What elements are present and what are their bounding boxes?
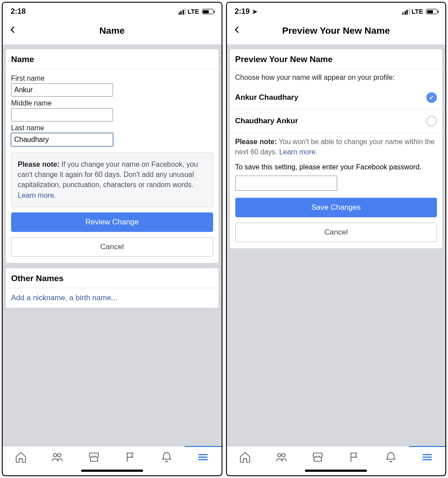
location-icon: ➤ [251, 8, 258, 15]
tab-notifications[interactable] [148, 451, 185, 465]
home-indicator [305, 470, 367, 472]
tab-marketplace[interactable] [300, 451, 336, 465]
status-time: 2:19 [235, 7, 250, 16]
last-name-input[interactable] [11, 133, 113, 146]
svg-point-2 [277, 454, 280, 457]
svg-point-1 [58, 454, 61, 457]
status-right: LTE [179, 8, 214, 15]
review-change-button[interactable]: Review Change [11, 212, 213, 232]
cancel-button[interactable]: Cancel [11, 237, 213, 257]
tab-pages[interactable] [112, 451, 148, 465]
note-box: Please note: If you change your name on … [11, 153, 213, 207]
save-changes-button[interactable]: Save Changes [235, 198, 437, 217]
bell-icon [385, 451, 397, 463]
content-area: Name First name Middle name Last name Pl… [3, 44, 222, 446]
last-name-label: Last name [11, 124, 213, 132]
preview-heading: Preview Your New Name [230, 49, 443, 69]
tab-notifications[interactable] [373, 451, 409, 465]
flag-icon [124, 451, 136, 463]
svg-point-3 [282, 454, 285, 457]
button-wrap: Save Changes Cancel [230, 198, 443, 248]
status-bar: 2:18 LTE [3, 3, 222, 20]
tab-friends[interactable] [263, 451, 300, 465]
radio-unchecked-icon [426, 116, 437, 126]
menu-icon [421, 451, 433, 463]
signal-icon [402, 8, 410, 15]
page-header: Preview Your New Name [227, 20, 446, 44]
phone-right: 2:19 ➤ LTE Preview Your New Name Preview… [226, 2, 447, 476]
name-option-1-label: Ankur Chaudhary [235, 93, 299, 102]
tab-marketplace[interactable] [76, 451, 112, 465]
note-inline: Please note: You won't be able to change… [230, 133, 443, 160]
battery-icon [202, 9, 214, 14]
status-right: LTE [402, 8, 437, 15]
status-time-wrap: 2:19 ➤ [235, 7, 258, 16]
carrier-label: LTE [412, 8, 423, 15]
friends-icon [275, 451, 288, 463]
first-name-input[interactable] [11, 83, 113, 97]
phone-left: 2:18 LTE Name Name First name Middle nam… [2, 2, 222, 476]
page-title: Preview Your New Name [233, 25, 440, 36]
marketplace-icon [312, 451, 324, 463]
battery-icon [426, 9, 437, 14]
signal-icon [179, 8, 186, 15]
friends-icon [51, 451, 63, 463]
first-name-label: First name [11, 74, 213, 82]
tab-pages[interactable] [336, 451, 372, 465]
tab-menu[interactable] [409, 451, 445, 465]
flag-icon [348, 451, 360, 463]
status-time: 2:18 [11, 7, 26, 16]
page-title: Name [9, 25, 215, 36]
name-card-body: First name Middle name Last name Please … [6, 69, 218, 263]
bottom-tabs [227, 446, 446, 468]
preview-card: Preview Your New Name Choose how your na… [230, 49, 443, 249]
learn-more-link[interactable]: Learn more [18, 192, 54, 199]
home-indicator [81, 470, 143, 472]
status-bar: 2:19 ➤ LTE [227, 3, 446, 20]
note-strong: Please note: [18, 161, 59, 168]
home-icon [15, 451, 27, 463]
learn-more-link[interactable]: Learn more [279, 148, 316, 156]
tab-home[interactable] [227, 451, 263, 465]
preview-subtext: Choose how your name will appear on your… [230, 69, 443, 86]
name-card: Name First name Middle name Last name Pl… [5, 49, 219, 263]
name-option-1[interactable]: Ankur Chaudhary ✓ [230, 86, 443, 110]
name-option-2-label: Chaudhary Ankur [235, 117, 298, 125]
add-nickname-link[interactable]: Add a nickname, a birth name... [6, 288, 218, 308]
note-strong: Please note: [235, 138, 277, 145]
tab-menu[interactable] [185, 451, 221, 465]
tabs-wrap [227, 446, 446, 475]
other-names-heading: Other Names [6, 268, 218, 288]
bell-icon [160, 451, 173, 463]
password-input[interactable] [235, 176, 337, 191]
marketplace-icon [88, 451, 100, 463]
home-icon [239, 451, 251, 463]
page-header: Name [3, 20, 222, 44]
tab-home[interactable] [3, 451, 39, 465]
content-area: Preview Your New Name Choose how your na… [227, 44, 446, 446]
other-names-card: Other Names Add a nickname, a birth name… [5, 268, 219, 308]
middle-name-label: Middle name [11, 99, 213, 107]
tabs-wrap [3, 446, 222, 475]
name-option-2[interactable]: Chaudhary Ankur [230, 110, 443, 133]
carrier-label: LTE [187, 8, 199, 15]
radio-checked-icon: ✓ [426, 92, 437, 103]
bottom-tabs [3, 446, 222, 468]
name-card-heading: Name [6, 49, 218, 69]
middle-name-input[interactable] [11, 108, 113, 121]
password-prompt: To save this setting, please enter your … [230, 160, 443, 173]
tab-friends[interactable] [39, 451, 75, 465]
cancel-button[interactable]: Cancel [235, 223, 437, 242]
menu-icon [197, 451, 209, 463]
svg-point-0 [54, 454, 57, 457]
